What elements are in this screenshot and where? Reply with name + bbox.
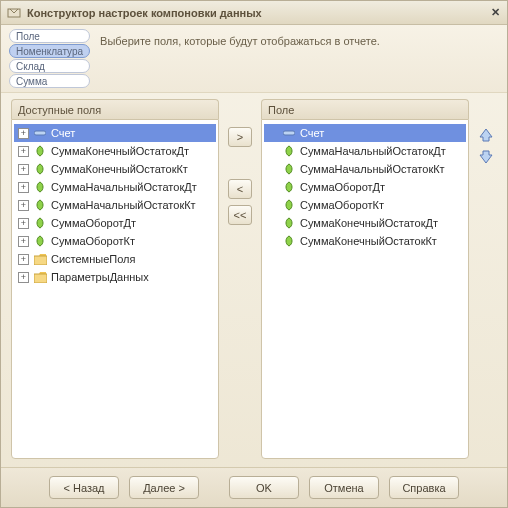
folder-icon <box>33 272 47 283</box>
leaf-icon <box>282 145 296 157</box>
expand-icon[interactable]: + <box>18 254 29 265</box>
expand-icon[interactable]: + <box>18 218 29 229</box>
leaf-icon <box>33 181 47 193</box>
expand-icon[interactable]: + <box>18 236 29 247</box>
tree-item-label: СуммаНачальныйОстатокКт <box>51 199 196 211</box>
minus-icon <box>282 127 296 139</box>
help-button[interactable]: Справка <box>389 476 459 499</box>
close-button[interactable]: ✕ <box>487 5 503 21</box>
tree-row[interactable]: СуммаКонечныйОстатокКт <box>264 232 466 250</box>
app-icon <box>7 6 21 20</box>
tree-row[interactable]: +Счет <box>14 124 216 142</box>
svg-rect-1 <box>34 131 46 135</box>
selected-fields-tree[interactable]: СчетСуммаНачальныйОстатокДтСуммаНачальны… <box>261 119 469 459</box>
wizard-header: Поле Номенклатура Склад Сумма Выберите п… <box>1 25 507 93</box>
leaf-icon <box>33 199 47 211</box>
tree-item-label: ПараметрыДанных <box>51 271 149 283</box>
window-title: Конструктор настроек компоновки данных <box>27 7 487 19</box>
available-fields-header: Доступные поля <box>11 99 219 119</box>
tree-row[interactable]: СуммаНачальныйОстатокКт <box>264 160 466 178</box>
svg-rect-3 <box>34 274 47 283</box>
tree-item-label: СуммаОборотДт <box>300 181 385 193</box>
pill-sum: Сумма <box>9 74 90 88</box>
folder-icon <box>33 254 47 265</box>
tree-row[interactable]: +СуммаНачальныйОстатокКт <box>14 196 216 214</box>
tree-row[interactable]: СуммаКонечныйОстатокДт <box>264 214 466 232</box>
leaf-icon <box>282 181 296 193</box>
tree-item-label: СуммаНачальныйОстатокДт <box>51 181 197 193</box>
move-down-button[interactable] <box>477 149 495 165</box>
tree-row[interactable]: Счет <box>264 124 466 142</box>
leaf-icon <box>33 145 47 157</box>
leaf-icon <box>282 163 296 175</box>
tree-row[interactable]: +СуммаНачальныйОстатокДт <box>14 178 216 196</box>
field-preview-stack: Поле Номенклатура Склад Сумма <box>9 29 90 88</box>
expand-icon[interactable]: + <box>18 164 29 175</box>
back-button[interactable]: < Назад <box>49 476 119 499</box>
pill-field: Поле <box>9 29 90 43</box>
expand-icon[interactable]: + <box>18 200 29 211</box>
titlebar: Конструктор настроек компоновки данных ✕ <box>1 1 507 25</box>
expand-icon[interactable]: + <box>18 128 29 139</box>
pill-warehouse: Склад <box>9 59 90 73</box>
tree-item-label: СуммаОборотКт <box>51 235 135 247</box>
add-button[interactable]: > <box>228 127 252 147</box>
leaf-icon <box>282 235 296 247</box>
tree-item-label: СуммаКонечныйОстатокДт <box>51 145 189 157</box>
available-fields-tree[interactable]: +Счет+СуммаКонечныйОстатокДт+СуммаКонечн… <box>11 119 219 459</box>
tree-item-label: СуммаОборотКт <box>300 199 384 211</box>
expand-icon[interactable]: + <box>18 146 29 157</box>
tree-row[interactable]: +СистемныеПоля <box>14 250 216 268</box>
leaf-icon <box>33 163 47 175</box>
svg-rect-4 <box>283 131 295 135</box>
selected-fields-header: Поле <box>261 99 469 119</box>
next-button[interactable]: Далее > <box>129 476 199 499</box>
footer: < Назад Далее > OK Отмена Справка <box>1 467 507 507</box>
tree-item-label: СуммаКонечныйОстатокДт <box>300 217 438 229</box>
tree-row[interactable]: +СуммаКонечныйОстатокКт <box>14 160 216 178</box>
remove-all-button[interactable]: << <box>228 205 252 225</box>
tree-item-label: СуммаОборотДт <box>51 217 136 229</box>
tree-row[interactable]: СуммаНачальныйОстатокДт <box>264 142 466 160</box>
tree-item-label: СистемныеПоля <box>51 253 135 265</box>
tree-row[interactable]: +СуммаКонечныйОстатокДт <box>14 142 216 160</box>
leaf-icon <box>282 217 296 229</box>
svg-rect-2 <box>34 256 47 265</box>
move-up-button[interactable] <box>477 127 495 143</box>
ok-button[interactable]: OK <box>229 476 299 499</box>
tree-row[interactable]: СуммаОборотКт <box>264 196 466 214</box>
leaf-icon <box>282 199 296 211</box>
tree-item-label: СуммаКонечныйОстатокКт <box>300 235 437 247</box>
tree-row[interactable]: +ПараметрыДанных <box>14 268 216 286</box>
leaf-icon <box>33 217 47 229</box>
remove-button[interactable]: < <box>228 179 252 199</box>
tree-item-label: Счет <box>300 127 324 139</box>
minus-icon <box>33 127 47 139</box>
cancel-button[interactable]: Отмена <box>309 476 379 499</box>
tree-row[interactable]: +СуммаОборотДт <box>14 214 216 232</box>
expand-icon[interactable]: + <box>18 182 29 193</box>
tree-item-label: СуммаКонечныйОстатокКт <box>51 163 188 175</box>
pill-selected: Номенклатура <box>9 44 90 58</box>
tree-item-label: СуммаНачальныйОстатокДт <box>300 145 446 157</box>
leaf-icon <box>33 235 47 247</box>
expand-icon[interactable]: + <box>18 272 29 283</box>
tree-item-label: Счет <box>51 127 75 139</box>
wizard-hint: Выберите поля, которые будут отображатьс… <box>100 29 380 47</box>
tree-row[interactable]: +СуммаОборотКт <box>14 232 216 250</box>
tree-item-label: СуммаНачальныйОстатокКт <box>300 163 445 175</box>
tree-row[interactable]: СуммаОборотДт <box>264 178 466 196</box>
